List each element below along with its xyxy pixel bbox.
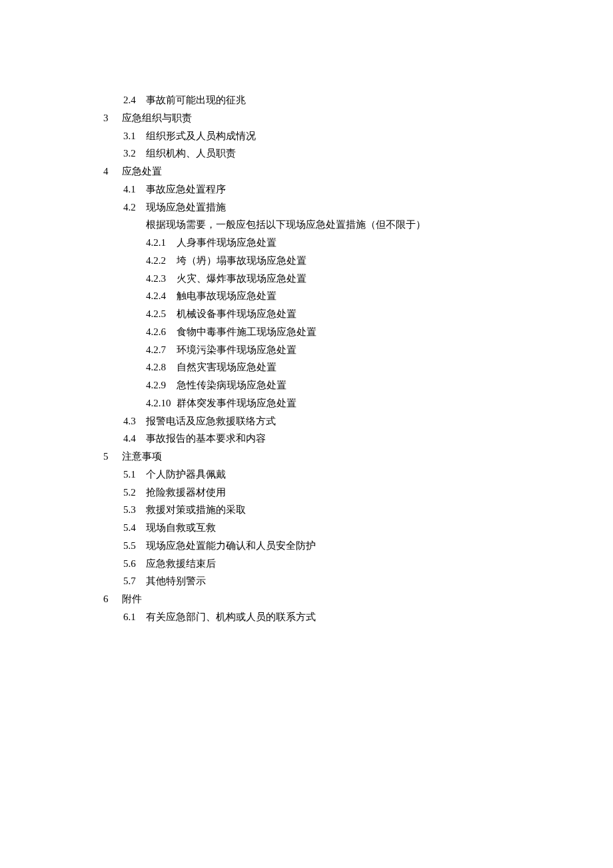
- item-text: 事故应急处置程序: [146, 184, 226, 195]
- item-text: 现场自救或互救: [146, 522, 216, 533]
- item-text: 注意事项: [122, 451, 162, 462]
- outline-item-6-1: 6.1有关应急部门、机构或人员的联系方式: [103, 609, 613, 626]
- outline-section-6: 6附件: [103, 591, 613, 608]
- item-text: 事故前可能出现的征兆: [146, 95, 246, 105]
- item-number: 4.2.7: [146, 342, 177, 358]
- outline-item-5-3: 5.3救援对策或措施的采取: [103, 502, 613, 518]
- item-text: 现场应急处置能力确认和人员安全防护: [146, 540, 316, 551]
- item-number: 5.4: [123, 520, 146, 536]
- outline-item-4-4: 4.4事故报告的基本要求和内容: [103, 430, 613, 447]
- item-text: 其他特别警示: [146, 576, 206, 586]
- item-text: 食物中毒事件施工现场应急处置: [177, 326, 316, 337]
- item-number: 4.2.8: [146, 359, 177, 376]
- outline-item-2-4: 2.4事故前可能出现的征兆: [103, 92, 613, 109]
- item-number: 4.2: [123, 199, 146, 216]
- item-number: 4.2.3: [146, 270, 177, 287]
- item-text: 附件: [122, 594, 142, 604]
- item-text: 自然灾害现场应急处置: [177, 362, 277, 372]
- item-number: 6.1: [123, 609, 146, 626]
- item-number: 4.2.1: [146, 234, 177, 251]
- item-text: 人身事件现场应急处置: [177, 237, 277, 248]
- outline-item-5-6: 5.6应急救援结束后: [103, 556, 613, 572]
- outline-item-5-1: 5.1个人防护器具佩戴: [103, 466, 613, 483]
- outline-item-4-2-5: 4.2.5机械设备事件现场应急处置: [103, 306, 613, 322]
- item-text: 报警电话及应急救援联络方式: [146, 416, 276, 426]
- item-text: 垮（坍）塌事故现场应急处置: [177, 255, 306, 266]
- outline-item-4-1: 4.1事故应急处置程序: [103, 181, 613, 198]
- outline-section-3: 3应急组织与职责: [103, 110, 613, 127]
- item-text: 火灾、爆炸事故现场应急处置: [177, 273, 306, 284]
- outline-item-4-2-3: 4.2.3火灾、爆炸事故现场应急处置: [103, 270, 613, 287]
- item-text: 抢险救援器材使用: [146, 487, 226, 498]
- item-number: 4: [103, 163, 122, 180]
- outline-item-4-2-7: 4.2.7环境污染事件现场应急处置: [103, 342, 613, 358]
- item-number: 5: [103, 448, 122, 465]
- outline-item-4-2-2: 4.2.2垮（坍）塌事故现场应急处置: [103, 252, 613, 269]
- outline-item-4-2-6: 4.2.6食物中毒事件施工现场应急处置: [103, 324, 613, 340]
- outline-item-4-2-8: 4.2.8自然灾害现场应急处置: [103, 359, 613, 376]
- item-text: 事故报告的基本要求和内容: [146, 433, 266, 444]
- item-number: 3.1: [123, 128, 146, 145]
- item-number: 5.5: [123, 538, 146, 554]
- item-number: 6: [103, 591, 122, 608]
- item-number: 4.2.4: [146, 288, 177, 304]
- item-number: 2.4: [123, 92, 146, 109]
- item-text: 现场应急处置措施: [146, 202, 226, 213]
- item-text: 组织形式及人员构成情况: [146, 131, 256, 141]
- note-text: 根据现场需要，一般应包括以下现场应急处置措施（但不限于）: [146, 219, 426, 230]
- item-number: 5.7: [123, 573, 146, 590]
- outline-item-5-4: 5.4现场自救或互救: [103, 520, 613, 536]
- item-text: 群体突发事件现场应急处置: [177, 398, 297, 408]
- outline-item-3-2: 3.2组织机构、人员职责: [103, 145, 613, 162]
- outline-item-4-2-4: 4.2.4触电事故现场应急处置: [103, 288, 613, 304]
- item-text: 个人防护器具佩戴: [146, 469, 226, 480]
- item-text: 触电事故现场应急处置: [177, 290, 277, 301]
- item-number: 5.1: [123, 466, 146, 483]
- item-number: 4.4: [123, 430, 146, 447]
- outline-item-4-2-1: 4.2.1人身事件现场应急处置: [103, 234, 613, 251]
- outline-section-4: 4应急处置: [103, 163, 613, 180]
- item-number: 4.2.10: [146, 395, 177, 412]
- item-text: 救援对策或措施的采取: [146, 504, 246, 515]
- item-number: 4.2.6: [146, 324, 177, 340]
- item-number: 4.3: [123, 413, 146, 430]
- outline-item-5-5: 5.5现场应急处置能力确认和人员安全防护: [103, 538, 613, 554]
- outline-item-4-2-note: 根据现场需要，一般应包括以下现场应急处置措施（但不限于）: [103, 217, 613, 233]
- item-number: 5.2: [123, 484, 146, 501]
- document-outline: 2.4事故前可能出现的征兆 3应急组织与职责 3.1组织形式及人员构成情况 3.…: [103, 92, 613, 626]
- item-number: 3: [103, 110, 122, 127]
- item-text: 机械设备事件现场应急处置: [177, 308, 297, 319]
- item-number: 5.3: [123, 502, 146, 518]
- item-number: 4.2.9: [146, 377, 177, 394]
- item-number: 3.2: [123, 145, 146, 162]
- item-number: 4.1: [123, 181, 146, 198]
- outline-item-5-2: 5.2抢险救援器材使用: [103, 484, 613, 501]
- item-number: 5.6: [123, 556, 146, 572]
- item-text: 急性传染病现场应急处置: [177, 380, 287, 390]
- item-text: 组织机构、人员职责: [146, 148, 236, 159]
- item-text: 环境污染事件现场应急处置: [177, 344, 297, 355]
- item-number: 4.2.2: [146, 252, 177, 269]
- item-text: 应急处置: [122, 166, 162, 177]
- item-number: 4.2.5: [146, 306, 177, 322]
- outline-item-4-2-10: 4.2.10群体突发事件现场应急处置: [103, 395, 613, 412]
- outline-item-3-1: 3.1组织形式及人员构成情况: [103, 128, 613, 145]
- item-text: 应急救援结束后: [146, 558, 216, 569]
- outline-item-4-3: 4.3报警电话及应急救援联络方式: [103, 413, 613, 430]
- outline-item-4-2: 4.2现场应急处置措施: [103, 199, 613, 216]
- outline-item-4-2-9: 4.2.9急性传染病现场应急处置: [103, 377, 613, 394]
- outline-item-5-7: 5.7其他特别警示: [103, 573, 613, 590]
- item-text: 应急组织与职责: [122, 113, 192, 123]
- item-text: 有关应急部门、机构或人员的联系方式: [146, 612, 316, 622]
- outline-section-5: 5注意事项: [103, 448, 613, 465]
